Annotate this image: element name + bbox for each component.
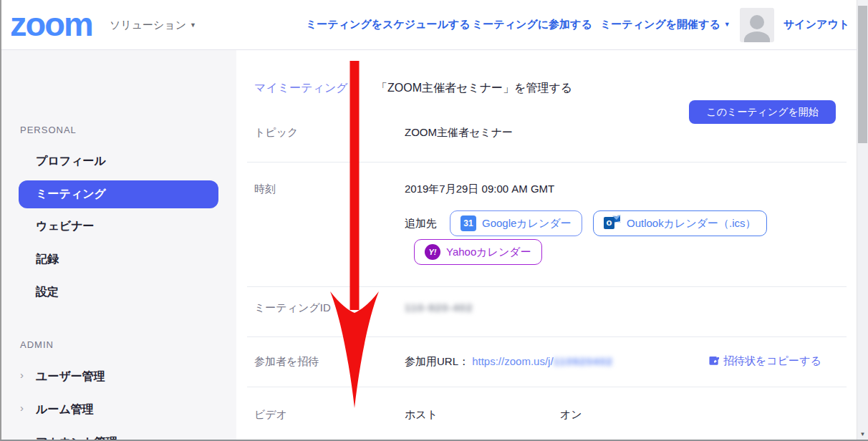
- caret-down-icon: ▼: [190, 21, 196, 29]
- sidebar-item-profile[interactable]: プロフィール: [36, 154, 106, 169]
- yahoo-calendar-label: Yahooカレンダー: [446, 246, 531, 259]
- chevron-right-icon[interactable]: ›: [20, 369, 30, 381]
- google-calendar-label: Googleカレンダー: [482, 217, 572, 231]
- sidebar-section-admin: ADMIN: [20, 339, 54, 350]
- video-host-label: ホスト: [405, 408, 438, 422]
- copy-invitation-link[interactable]: 招待状をコピーする: [709, 354, 821, 368]
- signout-link[interactable]: サインアウト: [783, 18, 849, 32]
- row-divider: [247, 286, 847, 287]
- start-meeting-button[interactable]: このミーティングを開始: [689, 100, 836, 124]
- sidebar-item-webinars[interactable]: ウェビナー: [36, 219, 95, 234]
- sidebar-item-meetings-selected[interactable]: ミーティング: [19, 180, 218, 208]
- left-sidebar: PERSONAL プロフィール ミーティング ウェビナー 記録 設定 ADMIN…: [0, 50, 236, 441]
- page-title: 「ZOOM主催者セミナー」を管理する: [376, 81, 572, 96]
- breadcrumb-my-meetings-link[interactable]: マイミーティング: [254, 81, 348, 96]
- vertical-scrollbar[interactable]: ▼: [857, 0, 868, 441]
- topic-label: トピック: [254, 126, 298, 140]
- google-calendar-button[interactable]: 31 Googleカレンダー: [450, 210, 582, 236]
- video-label: ビデオ: [254, 408, 287, 422]
- nav-schedule-meeting[interactable]: ミーティングをスケジュールする: [306, 18, 471, 32]
- outlook-calendar-label: Outlookカレンダー（.ics）: [627, 217, 756, 231]
- scrollbar-down-arrow[interactable]: ▼: [857, 430, 868, 440]
- row-divider: [247, 387, 847, 387]
- video-host-value: オン: [560, 408, 582, 422]
- yahoo-icon: Y!: [425, 244, 440, 260]
- meeting-id-label: ミーティングID: [254, 301, 331, 315]
- join-url-blurred-part: 110920402: [554, 355, 613, 367]
- sidebar-item-settings[interactable]: 設定: [36, 285, 59, 300]
- google-calendar-icon: 31: [460, 215, 476, 231]
- top-header: zoom ソリューション▼ ミーティングをスケジュールする ミーティングに参加す…: [0, 0, 857, 50]
- window-left-edge: [0, 0, 1, 441]
- sidebar-section-personal: PERSONAL: [20, 125, 77, 135]
- time-value: 2019年7月29日 09:00 AM GMT: [405, 183, 554, 196]
- chevron-right-icon[interactable]: ›: [20, 402, 30, 414]
- time-label: 時刻: [254, 183, 276, 196]
- outlook-calendar-button[interactable]: o Outlookカレンダー（.ics）: [593, 210, 767, 236]
- sidebar-item-recordings[interactable]: 記録: [36, 252, 59, 267]
- row-divider: [247, 336, 847, 337]
- topic-value: ZOOM主催者セミナー: [405, 126, 513, 140]
- sidebar-item-room-management[interactable]: ルーム管理: [36, 402, 94, 417]
- sidebar-item-user-management[interactable]: ユーザー管理: [36, 369, 105, 384]
- scrollbar-thumb[interactable]: [858, 6, 867, 143]
- solutions-label: ソリューション: [110, 19, 186, 31]
- nav-host-label: ミーティングを開催する: [600, 18, 720, 30]
- user-avatar[interactable]: [740, 8, 774, 42]
- yahoo-calendar-button[interactable]: Y! Yahooカレンダー: [414, 239, 542, 265]
- sidebar-item-meetings-label: ミーティング: [36, 187, 106, 202]
- join-url-row: 参加用URL： https://zoom.us/j/110920402: [405, 355, 613, 369]
- caret-down-icon: ▼: [724, 21, 730, 28]
- add-to-calendar-label: 追加先: [405, 217, 437, 231]
- row-divider: [247, 162, 847, 163]
- zoom-logo[interactable]: zoom: [10, 4, 92, 44]
- join-url-label: 参加用URL：: [405, 355, 469, 367]
- invite-label: 参加者を招待: [254, 355, 319, 369]
- nav-host-meeting-dropdown[interactable]: ミーティングを開催する▼: [600, 18, 730, 32]
- outlook-o-badge: o: [604, 217, 614, 229]
- avatar-body-shape: [744, 32, 770, 42]
- nav-join-meeting[interactable]: ミーティングに参加する: [472, 18, 592, 32]
- meeting-id-value-blurred: 110-920-402: [405, 301, 473, 314]
- outlook-icon: o: [604, 215, 621, 231]
- join-url-link[interactable]: https://zoom.us/j/: [472, 355, 553, 367]
- solutions-dropdown[interactable]: ソリューション▼: [110, 19, 196, 32]
- copy-icon: [709, 356, 720, 367]
- avatar-head-shape: [750, 15, 764, 29]
- copy-invitation-label: 招待状をコピーする: [723, 354, 821, 368]
- zoom-web-app: zoom ソリューション▼ ミーティングをスケジュールする ミーティングに参加す…: [0, 0, 868, 441]
